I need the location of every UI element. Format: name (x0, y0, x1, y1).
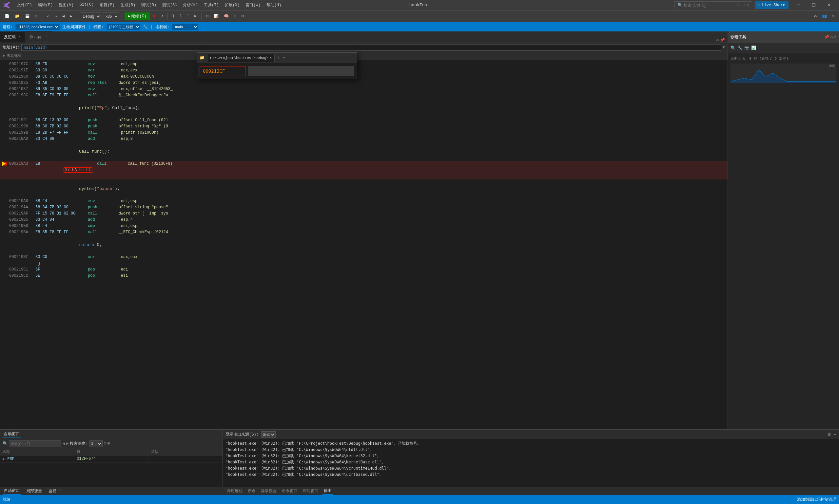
toolbar-save[interactable]: 💾 (23, 12, 32, 21)
menu-item[interactable]: 文件(F) (14, 2, 35, 8)
menu-item[interactable]: 视图(V) (56, 2, 76, 8)
live-share-button[interactable]: ⚡ Live Share (755, 1, 788, 9)
diag-close-icon[interactable]: × (834, 35, 836, 40)
menu-item[interactable]: 调试(D) (139, 2, 159, 8)
popup-tab-close[interactable]: × (270, 56, 272, 60)
output-source-select[interactable]: 调试 (261, 431, 276, 438)
code-line-source-return: return 0; (0, 235, 728, 254)
add-source-control[interactable]: 添加到源代码控制管理 (797, 497, 836, 502)
diag-screenshot-icon[interactable]: 📷 (744, 46, 749, 50)
popup-title-bar: 📁 F:\CProject\hookTest\Debug\ × + ▾ (197, 53, 357, 63)
diag-pin-icon[interactable]: 📌 (824, 35, 829, 40)
thread-selector[interactable]: [21992] 主线程 (106, 23, 140, 30)
code-line-1: 0002197E 33 C9 xor ecx,ecx (0, 68, 728, 74)
mnemonic-13: add (88, 217, 121, 223)
tab-callstack[interactable]: 调用堆栈 (226, 488, 244, 494)
regs-button[interactable]: ⊟ (240, 12, 246, 21)
process-selector[interactable]: [11328] hookTest.exe (15, 23, 60, 30)
solution-explorer-button[interactable]: ⚙ (812, 12, 819, 21)
menu-item[interactable]: 测试(S) (160, 2, 180, 8)
tab-disassembly[interactable]: 反汇编 × (0, 31, 25, 42)
diag-search-icon[interactable]: 🔍 (731, 46, 735, 50)
tab-output[interactable]: 输出 (322, 487, 333, 495)
continue-button[interactable]: ▶ 继续(C) (124, 13, 150, 20)
auto-search-input[interactable] (9, 440, 61, 447)
mnemonic-14: cmp (88, 223, 121, 229)
platform-dropdown[interactable]: x86 (103, 13, 119, 20)
step-out-button[interactable]: ⤴ (185, 12, 191, 21)
tab-disassembly-close[interactable]: × (18, 35, 21, 39)
menu-item[interactable]: Git(G) (77, 2, 97, 8)
menu-item[interactable]: 工具(T) (201, 2, 222, 8)
perf-button[interactable]: 📊 (212, 12, 221, 21)
threads-button[interactable]: ⊞ (232, 12, 238, 21)
search-opt-2[interactable]: ⊞ (107, 441, 110, 446)
mem-button[interactable]: 🧠 (222, 12, 231, 21)
toolbar-back[interactable]: ◀ (60, 12, 67, 21)
mnemonic-11: push (88, 204, 119, 211)
auto-row-esp[interactable]: ▶ ESP 012FF674 (0, 455, 223, 463)
memory-address-input[interactable] (199, 66, 245, 76)
popup-add-tab[interactable]: + (277, 55, 280, 60)
menu-item[interactable]: 项目(P) (97, 2, 117, 8)
menu-item[interactable]: 生成(B) (118, 2, 138, 8)
pin-icon[interactable]: 📌 (720, 38, 725, 42)
step-over-button[interactable]: ⤵ (171, 12, 176, 21)
search-opt-1[interactable]: ⊡ (104, 441, 106, 446)
settings-icon[interactable]: ⚙ (716, 38, 719, 42)
tab-command[interactable]: 命令窗口 (281, 488, 299, 494)
toolbar-redo[interactable]: ↪ (52, 12, 59, 21)
toolbar-undo[interactable]: ↩ (45, 12, 51, 21)
next-result-icon[interactable]: ▶ (66, 441, 69, 446)
toolbar-forward[interactable]: ▶ (68, 12, 74, 21)
depth-select[interactable]: 3 (89, 440, 103, 447)
popup-tab-1[interactable]: F:\CProject\hookTest\Debug\ × (207, 54, 275, 62)
menu-item[interactable]: 分析(N) (180, 2, 200, 8)
run-to-cursor-button[interactable]: ⊳ (192, 12, 198, 21)
debug-config-dropdown[interactable]: Debug (80, 13, 101, 20)
auto-tab-main[interactable]: 自动窗口 (3, 431, 21, 438)
toolbar-sep-3 (122, 13, 122, 20)
diag-cpu-icon[interactable]: 📊 (751, 46, 756, 50)
status-text: 就绪 (3, 497, 11, 502)
minimize-button[interactable]: − (791, 0, 806, 11)
global-search-input[interactable] (684, 3, 736, 7)
extra-1[interactable]: ⊡ (830, 12, 836, 21)
output-clear-icon[interactable]: 🗑 (827, 432, 832, 437)
diag-bar-label: 80% (829, 64, 835, 68)
diagnostics-panel: 诊断工具 📌 ⚙ × 🔍 🔧 📷 📊 诊断会话: 0 秒 (选择了 5 毫秒) (728, 32, 839, 495)
stop-button[interactable]: ■ (151, 12, 157, 21)
tab-breakpoints[interactable]: 断点 (246, 488, 257, 494)
tab-auto-window[interactable]: 自动窗口 (3, 487, 21, 495)
tab-exceptions[interactable]: 异常设置 (260, 488, 278, 494)
output-line-1: "hookTest.exe" (Win32): 已加载 "C:\Windows\… (226, 447, 836, 453)
output-wrap-icon[interactable]: ↩ (834, 432, 836, 437)
tab-watch-1[interactable]: 监视 1 (47, 488, 62, 494)
tab-source-cpp[interactable]: 源.cpp × (25, 31, 52, 42)
toolbar-save-all[interactable]: ⊟ (33, 12, 39, 21)
menu-item[interactable]: 扩展(X) (222, 2, 243, 8)
maximize-button[interactable]: □ (806, 0, 821, 11)
team-explorer-button[interactable]: 👥 (820, 12, 829, 21)
menu-item[interactable]: 帮助(H) (264, 2, 284, 8)
address-go-icon[interactable]: ▼ (723, 45, 725, 50)
menu-item[interactable]: 编辑(E) (35, 2, 56, 8)
tab-locals[interactable]: 局部变量 (25, 488, 43, 494)
prev-result-icon[interactable]: ◀ (63, 441, 65, 446)
diag-filter-icon[interactable]: 🔧 (737, 46, 742, 50)
addr-9: 000219A0 (9, 136, 35, 142)
address-input[interactable] (21, 44, 721, 51)
stack-frame-selector[interactable]: main (172, 23, 198, 30)
toolbar-new[interactable]: 📄 (3, 12, 12, 21)
toolbar-open[interactable]: 📁 (13, 12, 22, 21)
tab-immediate[interactable]: 即时窗口 (301, 488, 320, 494)
diag-settings-icon[interactable]: ⚙ (831, 35, 833, 40)
close-button[interactable]: × (821, 0, 836, 11)
view-options-icon[interactable]: ▼ (3, 54, 5, 58)
restart-button[interactable]: ↺ (159, 12, 165, 21)
breakpoints-button[interactable]: ⊡ (204, 12, 210, 21)
step-into-button[interactable]: ⤵ (178, 12, 183, 21)
tab-source-close[interactable]: × (45, 35, 48, 39)
menu-item[interactable]: 窗口(W) (243, 2, 263, 8)
popup-more-icon[interactable]: ▾ (283, 55, 285, 60)
